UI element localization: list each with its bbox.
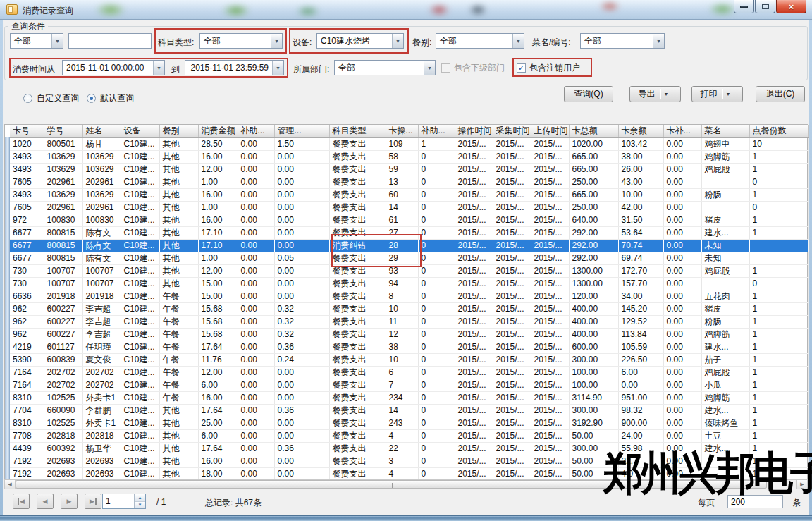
table-cell: 0.00 — [274, 391, 329, 404]
table-row[interactable]: 730100707100707C10建...其他12.000.000.00餐费支… — [10, 264, 808, 277]
department-combo[interactable]: 全部 ▼ — [334, 60, 436, 75]
chevron-down-icon[interactable]: ▼ — [660, 92, 672, 97]
table-row[interactable]: 962600227李吉超C10建...午餐15.680.000.32餐费支出11… — [10, 315, 808, 328]
table-cell: 其他 — [159, 176, 198, 188]
chevron-down-icon[interactable]: ▼ — [653, 34, 664, 48]
column-header[interactable]: 学号 — [44, 125, 82, 137]
table-row[interactable]: 8310102525外卖卡1C10建...午餐16.000.000.00餐费支出… — [10, 391, 808, 404]
table-cell: 1.00 — [198, 176, 238, 188]
table-row[interactable]: 962600227李吉超C10建...午餐15.680.000.32餐费支出10… — [10, 302, 808, 315]
column-header[interactable]: 消费金额 — [198, 125, 238, 137]
dish-name-combo[interactable]: 全部 ▼ — [580, 33, 665, 49]
table-cell: 其他 — [159, 137, 198, 150]
column-header[interactable]: 补助... — [418, 125, 455, 137]
column-header[interactable]: 卡总额 — [569, 125, 618, 137]
page-number-spinner[interactable]: 1 ▲ ▼ — [102, 494, 146, 509]
column-header[interactable]: 操作时间 — [455, 125, 493, 137]
scroll-right-icon[interactable]: ▶ — [796, 480, 807, 489]
scroll-left-icon[interactable]: ◀ — [5, 480, 16, 489]
table-row[interactable]: 7708202818202818C10建...其他6.000.000.00餐费支… — [10, 429, 808, 442]
export-button[interactable]: 导出 ▼ — [629, 86, 681, 102]
table-row[interactable]: 3493103629103629C10建...其他16.000.000.00餐费… — [10, 188, 808, 201]
previous-page-button[interactable]: ◀ — [37, 494, 54, 509]
include-sub-department-checkbox[interactable]: 包含下级部门 — [441, 62, 505, 74]
column-header[interactable]: 科目类型 — [329, 125, 386, 137]
table-row[interactable]: 972100830100830C10建...其他16.000.000.00餐费支… — [10, 214, 808, 226]
column-header[interactable]: 点餐份数 — [749, 125, 808, 137]
column-header[interactable]: 卡号 — [10, 125, 44, 137]
table-row[interactable]: 7164202702202702C10建...午餐12.000.000.00餐费… — [10, 366, 808, 379]
print-button[interactable]: 打印 ▼ — [691, 86, 743, 102]
default-query-radio[interactable]: 默认查询 — [87, 92, 134, 104]
table-row[interactable]: 7192202693202693C10建...其他18.000.000.00餐费… — [10, 467, 808, 480]
column-header[interactable]: 菜名 — [701, 125, 749, 137]
quick-filter-combo[interactable]: 全部 ▼ — [10, 33, 63, 49]
column-header[interactable]: 设备 — [121, 125, 159, 137]
table-row[interactable]: 4219601127任玥瑾C10建...午餐17.640.000.36餐费支出3… — [10, 341, 808, 353]
time-from-picker[interactable]: 2015-11-01 00:00:00 ▼ — [62, 60, 165, 75]
scrollbar-thumb[interactable] — [16, 480, 767, 489]
spin-down-icon[interactable]: ▼ — [135, 502, 145, 509]
table-row[interactable]: 3493103629103629C10建...其他12.000.000.00餐费… — [10, 163, 808, 176]
table-row[interactable]: 6677800815陈有文C10建...其他1.000.000.05餐费支出29… — [10, 252, 808, 264]
chevron-down-icon[interactable]: ▼ — [512, 34, 524, 48]
chevron-down-icon[interactable]: ▼ — [271, 34, 282, 48]
column-header[interactable]: 采集时间 — [493, 125, 531, 137]
chevron-down-icon[interactable]: ▼ — [722, 92, 734, 97]
table-row[interactable]: 8310102525外卖卡1C10建...其他25.000.000.00餐费支出… — [10, 417, 808, 429]
last-page-button[interactable]: ▶ — [85, 494, 102, 509]
page-number-value[interactable]: 1 — [103, 494, 134, 508]
search-input[interactable] — [68, 33, 152, 49]
table-cell: 0.00 — [663, 290, 701, 302]
table-cell: 400.00 — [569, 315, 618, 328]
table-cell: 餐费支出 — [329, 163, 386, 176]
time-to-picker[interactable]: 2015-11-01 23:59:59 ▼ — [185, 60, 284, 75]
first-page-button[interactable]: ◀ — [13, 494, 30, 509]
include-cancelled-users-checkbox[interactable]: ✓ 包含注销用户 — [517, 62, 580, 74]
column-header[interactable]: 卡补... — [663, 125, 701, 137]
column-header[interactable]: 姓名 — [82, 125, 121, 137]
table-row[interactable]: 7192202693202693C10建...其他16.000.000.00餐费… — [10, 455, 808, 467]
table-row[interactable]: 7164202702202702C10建...午餐6.000.000.00餐费支… — [10, 379, 808, 391]
column-header[interactable]: 卡余额 — [618, 125, 663, 137]
table-cell: 1 — [749, 353, 808, 366]
column-header[interactable]: 餐别 — [159, 125, 198, 137]
table-row[interactable]: 7605202961202961C10建...其他1.000.000.00餐费支… — [10, 176, 808, 188]
subject-type-combo[interactable]: 全部 ▼ — [199, 33, 283, 49]
table-row[interactable]: 4439600392杨卫华C10建...其他17.640.000.36餐费支出2… — [10, 442, 808, 455]
spin-up-icon[interactable]: ▲ — [135, 494, 145, 502]
query-button[interactable]: 查询(Q) — [564, 86, 613, 102]
table-row[interactable]: 1020800501杨甘C10建...其他28.500.001.50餐费支出10… — [10, 137, 808, 150]
table-cell: 11.76 — [198, 353, 238, 366]
column-header[interactable]: 补助... — [238, 125, 274, 137]
table-row[interactable]: 7704660090李群鹏C10建...其他17.640.000.36餐费支出1… — [10, 404, 808, 417]
maximize-button[interactable] — [755, 0, 775, 13]
device-combo[interactable]: C10建水烧烤 ▼ — [316, 33, 404, 49]
chevron-down-icon[interactable]: ▼ — [392, 34, 403, 48]
export-button-label: 导出 — [639, 88, 656, 100]
custom-query-radio[interactable]: 自定义查询 — [23, 92, 79, 104]
minimize-button[interactable] — [734, 0, 754, 13]
table-row[interactable]: 962600227李吉超C10建...午餐15.680.000.32餐费支出12… — [10, 328, 808, 341]
next-page-button[interactable]: ▶ — [61, 494, 78, 509]
column-header[interactable]: 上传时间 — [531, 125, 569, 137]
per-page-input[interactable] — [727, 495, 783, 508]
table-row[interactable]: 730100707100707C10建...其他15.000.000.00餐费支… — [10, 277, 808, 290]
chevron-down-icon[interactable]: ▼ — [272, 61, 283, 75]
chevron-down-icon[interactable]: ▼ — [424, 61, 435, 75]
chevron-down-icon[interactable]: ▼ — [153, 61, 164, 75]
table-row[interactable]: 5390600839夏文俊C10建...午餐11.760.000.24餐费支出1… — [10, 353, 808, 366]
table-row[interactable]: 3493103629103629C10建...其他16.000.000.00餐费… — [10, 150, 808, 163]
chevron-down-icon[interactable]: ▼ — [51, 34, 63, 48]
close-button[interactable]: × — [776, 0, 806, 13]
table-row[interactable]: 6677800815陈有文C10建...其他17.100.000.00消费纠错2… — [10, 239, 808, 252]
query-button-label: 查询(Q) — [574, 88, 603, 100]
meal-type-combo[interactable]: 全部 ▼ — [436, 33, 524, 49]
column-header[interactable]: 卡操... — [386, 125, 418, 137]
horizontal-scrollbar[interactable]: ◀ ▶ — [4, 479, 808, 489]
exit-button[interactable]: 退出(C) — [756, 86, 805, 102]
table-row[interactable]: 7605202961202961C10建...其他1.000.000.00餐费支… — [10, 201, 808, 214]
table-row[interactable]: 6636201918201918C10建...午餐15.000.000.00餐费… — [10, 290, 808, 302]
column-header[interactable]: 管理... — [274, 125, 329, 137]
table-row[interactable]: 6677800815陈有文C10建...其他17.100.000.00餐费支出2… — [10, 226, 808, 239]
